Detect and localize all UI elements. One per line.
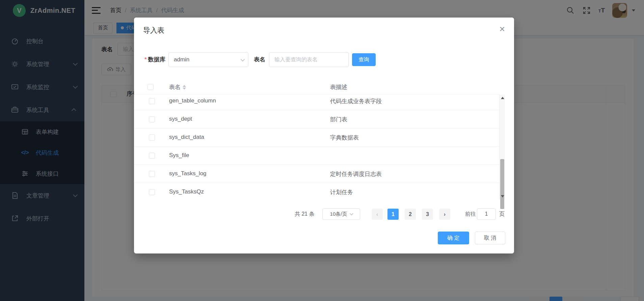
row-checkbox[interactable] (149, 153, 155, 159)
cancel-button[interactable]: 取 消 (475, 232, 505, 244)
row-checkbox[interactable] (149, 134, 155, 141)
select-all-checkbox[interactable] (147, 84, 154, 90)
table-name-cell: sys_dict_data (169, 134, 204, 141)
close-icon[interactable]: ✕ (499, 26, 505, 33)
database-select-value: admin (174, 56, 189, 63)
dialog-footer: 确 定 取 消 (134, 232, 514, 245)
name-column-header: 表名 (169, 83, 186, 91)
table-desc-cell: 定时任务调度日志表 (330, 170, 382, 178)
table-desc-cell: 计划任务 (330, 188, 353, 196)
page-button-3[interactable]: 3 (422, 209, 433, 220)
total-count-text: 共 21 条 (295, 211, 315, 218)
scroll-up-arrow-icon[interactable] (501, 97, 504, 99)
table-name-label: 表名 (254, 56, 265, 63)
table-row[interactable]: sys_dept 部门表 (134, 110, 499, 128)
scrollbar[interactable] (499, 95, 505, 200)
row-checkbox[interactable] (149, 189, 155, 195)
table-name-cell: gen_table_column (169, 97, 216, 104)
table-name-cell: sys_Tasks_log (169, 170, 207, 177)
dialog-table-body: gen_table_column 代码生成业务表字段 sys_dept 部门表 … (134, 95, 499, 200)
page-size-value: 10条/页 (330, 211, 347, 217)
page-unit-label: 页 (499, 211, 505, 218)
table-name-cell: sys_dept (169, 116, 192, 122)
page-button-1[interactable]: 1 (387, 209, 399, 220)
dialog-title: 导入表 (143, 26, 164, 35)
table-name-input[interactable] (269, 52, 349, 67)
dialog-pagination: 共 21 条 10条/页 ‹ 1 2 3 › 前往 页 (134, 208, 514, 220)
description-column-header: 表描述 (330, 83, 347, 91)
page-button-2[interactable]: 2 (405, 209, 416, 220)
table-desc-cell: 字典数据表 (330, 134, 359, 142)
dialog-search-form: *数据库 admin 表名 查询 (134, 52, 514, 67)
row-checkbox[interactable] (149, 98, 155, 104)
chevron-down-icon (350, 212, 353, 215)
goto-label: 前往 (465, 211, 476, 218)
database-select[interactable]: admin (168, 52, 248, 67)
scrollbar-thumb[interactable] (500, 159, 504, 209)
table-desc-cell: 代码生成业务表字段 (330, 97, 382, 105)
dialog-table-scroll-area[interactable]: gen_table_column 代码生成业务表字段 sys_dept 部门表 … (134, 95, 499, 200)
page-size-select[interactable]: 10条/页 (322, 208, 360, 220)
next-page-button[interactable]: › (439, 209, 450, 220)
chevron-down-icon (241, 57, 245, 61)
row-checkbox[interactable] (149, 171, 155, 177)
prev-page-button[interactable]: ‹ (372, 209, 383, 220)
app-root: V ZrAdmin.NET 控制台 系统管理 系统监控 (0, 0, 644, 301)
sort-caret-icon[interactable] (183, 85, 186, 90)
database-label: *数据库 (144, 56, 165, 63)
table-row[interactable]: Sys_TasksQz 计划任务 (134, 183, 499, 200)
row-checkbox[interactable] (149, 116, 155, 122)
table-name-cell: Sys_TasksQz (169, 188, 204, 195)
table-row[interactable]: sys_dict_data 字典数据表 (134, 128, 499, 147)
scroll-down-arrow-icon[interactable] (501, 195, 504, 198)
table-row[interactable]: gen_table_column 代码生成业务表字段 (134, 95, 499, 110)
table-name-cell: Sys_file (169, 152, 189, 159)
required-asterisk: * (144, 56, 147, 63)
import-table-dialog: 导入表 ✕ *数据库 admin 表名 查询 表名 表描述 g (134, 18, 514, 253)
table-desc-cell: 部门表 (330, 116, 347, 123)
table-row[interactable]: sys_Tasks_log 定时任务调度日志表 (134, 165, 499, 183)
table-row[interactable]: Sys_file (134, 147, 499, 165)
goto-page-input[interactable] (477, 208, 496, 220)
confirm-button[interactable]: 确 定 (438, 232, 469, 244)
dialog-table-header: 表名 表描述 (134, 80, 499, 94)
search-button[interactable]: 查询 (352, 53, 376, 66)
